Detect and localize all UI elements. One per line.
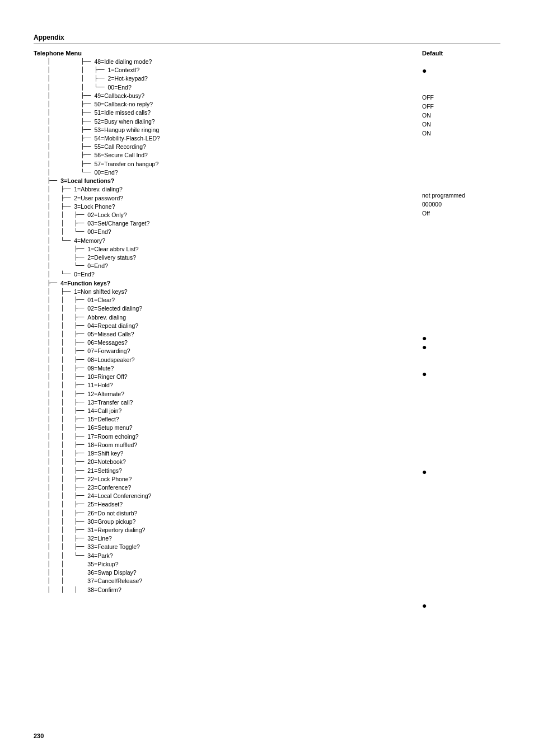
tree-indent: ├── xyxy=(34,279,60,288)
tree-label: 12=Alternate? xyxy=(87,390,124,398)
default-value: ON xyxy=(422,111,431,120)
default-value-row xyxy=(422,575,500,584)
tree-indent: │ │ ├── xyxy=(34,500,87,509)
tree-indent: │ │ ├── xyxy=(34,219,87,228)
tree-indent: │ │ xyxy=(34,560,87,569)
tree-line: │ └── 0=End? xyxy=(34,262,416,270)
tree-label: 09=Mute? xyxy=(87,364,114,373)
default-value: ● xyxy=(422,343,427,351)
default-value-row: ● xyxy=(422,370,500,379)
tree-indent: │ │ ├── xyxy=(34,211,87,219)
tree-line: │ │ ├── 12=Alternate? xyxy=(34,390,416,398)
tree-label: 03=Set/Change Target? xyxy=(87,219,149,228)
tree-indent: │ └── xyxy=(34,270,74,279)
tree-header: Telephone Menu xyxy=(34,50,416,57)
tree-line: │ ├── 50=Callback-no reply? xyxy=(34,100,416,109)
tree-label: 33=Feature Toggle? xyxy=(87,543,140,551)
tree-line: │ └── 0=End? xyxy=(34,270,416,279)
tree-line: │ │ ├── 10=Ringer Off? xyxy=(34,373,416,381)
tree-label: 26=Do not disturb? xyxy=(87,509,137,518)
tree-line: │ ├── 48=Idle dialing mode? xyxy=(34,58,416,66)
tree-line: │ │ ├── 05=Missed Calls? xyxy=(34,330,416,339)
default-value-row xyxy=(422,173,500,182)
tree-label: 4=Function keys? xyxy=(60,279,110,288)
default-column: Default ●OFFOFFONONONnot programmed00000… xyxy=(416,50,500,619)
tree-line: ├── 4=Function keys? xyxy=(34,279,416,288)
tree-line: │ │ 36=Swap Display? xyxy=(34,569,416,577)
tree-label: 1=ContextI? xyxy=(107,66,139,74)
tree-line: │ │ ├── 33=Feature Toggle? xyxy=(34,543,416,551)
tree-indent: │ ├── xyxy=(34,151,94,159)
tree-indent: │ ├── xyxy=(34,134,94,143)
default-value-row xyxy=(422,584,500,593)
tree-label: 18=Room muffled? xyxy=(87,441,137,449)
tree-line: │ ├── 53=Hangup while ringing xyxy=(34,126,416,134)
default-value-row xyxy=(422,76,500,84)
tree-label: 37=Cancel/Release? xyxy=(87,577,142,585)
default-value-row xyxy=(422,593,500,602)
tree-indent: │ │ ├── xyxy=(34,534,87,543)
default-value-row: ● xyxy=(422,67,500,76)
default-value-row xyxy=(422,379,500,388)
tree-label: 54=Mobility-Flasch-LED? xyxy=(94,134,160,143)
tree-line: │ │ └── 00=End? xyxy=(34,228,416,236)
default-value-row xyxy=(422,352,500,361)
tree-label: 08=Loudspeaker? xyxy=(87,356,134,364)
tree-line: │ │ ├── 25=Headset? xyxy=(34,500,416,509)
default-value-row xyxy=(422,513,500,522)
default-value-row xyxy=(422,298,500,307)
tree-indent: │ │ ├── xyxy=(34,467,87,475)
tree-line: │ ├── 2=User password? xyxy=(34,194,416,203)
tree-indent: │ ├── xyxy=(34,203,74,211)
default-value-row: ● xyxy=(422,334,500,343)
default-value-row xyxy=(422,441,500,450)
tree-indent: │ ├── xyxy=(34,58,94,66)
tree-indent: │ │ ├── xyxy=(34,381,87,389)
tree-line: │ ├── 49=Callback-busy? xyxy=(34,92,416,100)
tree-indent: │ │ ├── xyxy=(34,458,87,466)
tree-line: │ │ ├── 02=Lock Only? xyxy=(34,211,416,219)
tree-label: 2=User password? xyxy=(74,194,123,203)
tree-label: 02=Selected dialing? xyxy=(87,304,142,313)
tree-label: 49=Callback-busy? xyxy=(94,92,144,100)
tree-indent: │ │ ├── xyxy=(34,373,87,381)
tree-label: 55=Call Recording? xyxy=(94,143,146,151)
tree-line: │ │ ├── 18=Room muffled? xyxy=(34,441,416,449)
tree-label: 52=Busy when dialing? xyxy=(94,118,154,126)
tree-label: 21=Settings? xyxy=(87,467,122,475)
tree-indent: │ │ ├── xyxy=(34,509,87,518)
tree-label: 11=Hold? xyxy=(87,381,113,389)
default-value-row xyxy=(422,432,500,441)
tree-label: 31=Repertory dialing? xyxy=(87,526,145,534)
tree-label: 2=Hot-keypad? xyxy=(107,74,148,83)
tree-label: 24=Local Conferencing? xyxy=(87,492,151,500)
tree-label: 14=Call join? xyxy=(87,407,121,415)
tree-label: 36=Swap Display? xyxy=(87,569,136,577)
default-value-row xyxy=(422,289,500,298)
tree-label: 17=Room echoing? xyxy=(87,433,138,441)
tree-label: 07=Forwarding? xyxy=(87,347,130,355)
tree-label: 2=Delivery status? xyxy=(87,253,136,262)
default-value: Off xyxy=(422,209,430,218)
default-value-row xyxy=(422,245,500,254)
tree-indent: │ │ ├── xyxy=(34,526,87,534)
tree-indent: │ │ ├── xyxy=(34,339,87,347)
tree-line: │ │ ├── 2=Hot-keypad? xyxy=(34,74,416,83)
default-value-row xyxy=(422,504,500,513)
tree-label: 23=Conference? xyxy=(87,483,131,492)
tree-indent: │ ├── xyxy=(34,109,94,117)
tree-line: │ │ └── 34=Park? xyxy=(34,552,416,560)
tree-label: 0=End? xyxy=(74,270,95,279)
tree-line: │ │ ├── 26=Do not disturb? xyxy=(34,509,416,518)
tree-indent: │ │ └── xyxy=(34,83,107,92)
tree-line: │ │ ├── Abbrev. dialing xyxy=(34,313,416,322)
tree-label: 22=Lock Phone? xyxy=(87,475,132,483)
tree-line: │ │ ├── 08=Loudspeaker? xyxy=(34,356,416,364)
tree-indent: │ │ ├── xyxy=(34,356,87,364)
content-area: Telephone Menu │ ├── 48=Idle dialing mod… xyxy=(34,50,500,619)
tree-line: │ │ ├── 30=Group pickup? xyxy=(34,518,416,526)
default-value: OFF xyxy=(422,102,434,111)
tree-indent: │ │ └── xyxy=(34,228,87,236)
default-value-row: not programmed xyxy=(422,191,500,200)
tree-indent: │ │ ├── xyxy=(34,407,87,415)
